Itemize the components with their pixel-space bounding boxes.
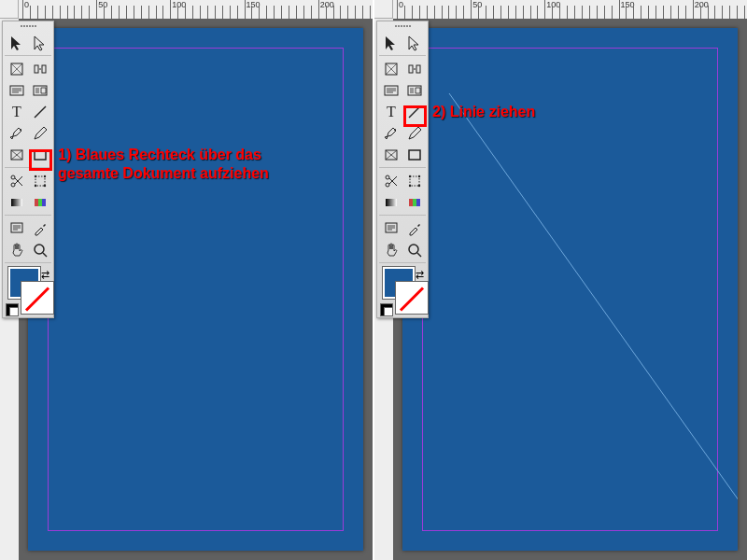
eyedropper-tool[interactable]	[28, 217, 51, 239]
svg-rect-24	[416, 65, 420, 73]
svg-rect-40	[413, 199, 416, 206]
ruler-label: 150	[621, 0, 635, 9]
scissors-tool[interactable]	[5, 170, 28, 191]
rectangle-tool[interactable]	[28, 144, 51, 165]
type-tool[interactable]: T	[379, 101, 402, 122]
svg-point-36	[408, 184, 410, 186]
drawn-line[interactable]	[449, 93, 738, 513]
ruler-label: 100	[172, 0, 186, 9]
tools-panel[interactable]: T ⇄	[2, 21, 54, 318]
pen-tool[interactable]	[5, 122, 28, 144]
pencil-tool[interactable]	[28, 122, 51, 144]
svg-rect-23	[409, 65, 413, 73]
canvas-area[interactable]	[19, 19, 373, 560]
canvas-area[interactable]	[393, 19, 747, 560]
color-theme-tool[interactable]	[402, 191, 426, 213]
svg-point-28	[394, 129, 396, 131]
fill-stroke-swatches[interactable]: ⇄	[5, 267, 51, 315]
page-content-tool[interactable]	[5, 79, 28, 101]
pencil-tool[interactable]	[402, 122, 426, 144]
svg-rect-2	[42, 65, 46, 73]
svg-point-10	[11, 183, 15, 187]
svg-rect-18	[38, 199, 42, 206]
ruler-label: 0	[24, 0, 29, 9]
svg-point-37	[417, 184, 419, 186]
default-fill-stroke-icon[interactable]	[7, 304, 18, 315]
swap-fill-stroke-icon[interactable]: ⇄	[416, 269, 424, 281]
fill-stroke-swatches[interactable]: ⇄	[379, 267, 426, 315]
gap-tool[interactable]	[28, 58, 51, 79]
ruler-label: 200	[695, 0, 709, 9]
document-page[interactable]	[28, 28, 363, 551]
svg-point-31	[386, 175, 389, 179]
stroke-swatch[interactable]	[21, 282, 53, 314]
rectangle-tool[interactable]	[402, 144, 426, 165]
direct-selection-tool[interactable]	[402, 32, 426, 53]
horizontal-ruler[interactable]: 050100150200	[393, 0, 747, 19]
svg-rect-38	[386, 199, 397, 206]
svg-point-12	[34, 175, 35, 176]
ruler-origin	[374, 0, 393, 19]
eyedropper-tool[interactable]	[402, 217, 426, 239]
selection-tool[interactable]	[5, 32, 28, 53]
page-content-alt-tool[interactable]	[28, 79, 51, 101]
panel-grip[interactable]	[5, 23, 51, 29]
page-content-alt-tool[interactable]	[402, 79, 426, 101]
right-panel: 050100150200 T ⇄ 2) Linie ziehen	[373, 0, 747, 560]
page-tool[interactable]	[5, 58, 28, 79]
line-tool[interactable]	[402, 101, 426, 122]
stroke-swatch[interactable]	[396, 282, 428, 314]
left-panel: 050100150200 T ⇄ 1) Blaues Rechteck über…	[0, 0, 373, 560]
hand-tool[interactable]	[379, 239, 402, 260]
type-tool[interactable]: T	[5, 101, 28, 122]
default-fill-stroke-icon[interactable]	[381, 304, 392, 315]
svg-point-35	[417, 175, 419, 176]
svg-rect-30	[409, 150, 420, 160]
zoom-tool[interactable]	[402, 239, 426, 260]
gradient-swatch-tool[interactable]	[5, 191, 28, 213]
note-tool[interactable]	[5, 217, 28, 239]
svg-rect-11	[35, 176, 45, 186]
annotation-text: 2) Linie ziehen	[432, 103, 535, 121]
hand-tool[interactable]	[5, 239, 28, 260]
pen-tool[interactable]	[379, 122, 402, 144]
frame-rectangle-tool[interactable]	[5, 144, 28, 165]
svg-point-43	[409, 245, 418, 254]
zoom-tool[interactable]	[28, 239, 51, 260]
svg-point-32	[386, 183, 389, 187]
annotation-text: 1) Blaues Rechteck über dasgesamte Dokum…	[58, 146, 269, 183]
ruler-label: 200	[320, 0, 334, 9]
line-tool[interactable]	[28, 101, 51, 122]
panel-grip[interactable]	[379, 23, 426, 29]
horizontal-ruler[interactable]: 050100150200	[19, 0, 373, 19]
selection-tool[interactable]	[379, 32, 402, 53]
gradient-swatch-tool[interactable]	[379, 191, 402, 213]
ruler-label: 100	[546, 0, 560, 9]
svg-point-9	[11, 175, 15, 179]
free-transform-tool[interactable]	[402, 170, 426, 191]
svg-rect-16	[11, 199, 22, 206]
svg-rect-33	[410, 176, 419, 186]
frame-rectangle-tool[interactable]	[379, 144, 402, 165]
swap-fill-stroke-icon[interactable]: ⇄	[41, 269, 49, 281]
direct-selection-tool[interactable]	[28, 32, 51, 53]
svg-rect-8	[35, 150, 46, 160]
svg-rect-19	[42, 199, 46, 206]
svg-rect-39	[409, 199, 413, 206]
svg-point-6	[20, 129, 21, 131]
svg-rect-41	[416, 199, 420, 206]
svg-point-13	[43, 175, 45, 176]
svg-point-14	[34, 184, 35, 186]
free-transform-tool[interactable]	[28, 170, 51, 191]
note-tool[interactable]	[379, 217, 402, 239]
page-content-tool[interactable]	[379, 79, 402, 101]
svg-text:T: T	[12, 104, 21, 119]
gap-tool[interactable]	[402, 58, 426, 79]
scissors-tool[interactable]	[379, 170, 402, 191]
color-theme-tool[interactable]	[28, 191, 51, 213]
tools-panel[interactable]: T ⇄	[376, 21, 429, 318]
page-tool[interactable]	[379, 58, 402, 79]
ruler-label: 0	[399, 0, 403, 9]
svg-rect-17	[35, 199, 38, 206]
svg-rect-1	[35, 65, 38, 73]
